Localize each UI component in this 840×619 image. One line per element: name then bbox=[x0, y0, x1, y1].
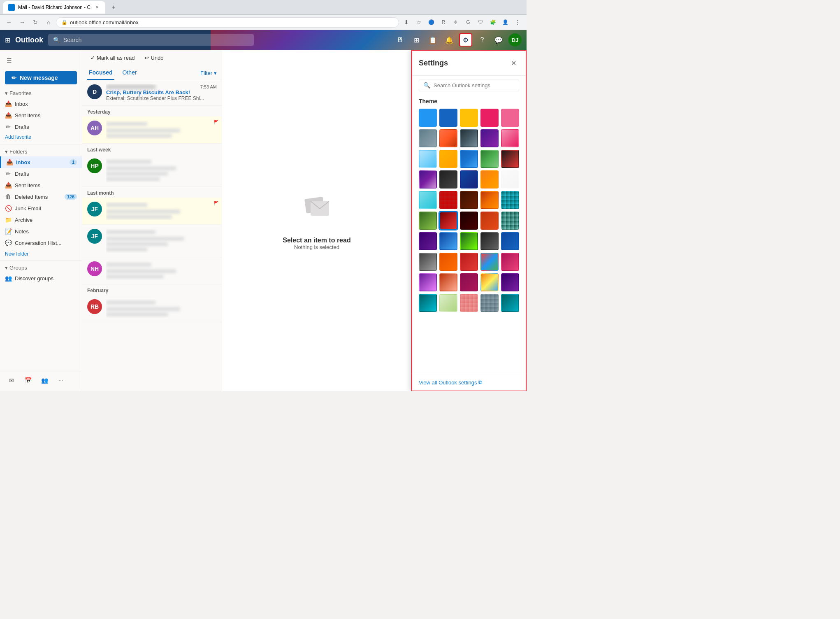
theme-item-red-check[interactable] bbox=[439, 191, 457, 209]
theme-item-selected-red-texture[interactable] bbox=[439, 212, 457, 230]
theme-item-robot[interactable] bbox=[419, 294, 437, 312]
theme-item-star-gold[interactable] bbox=[439, 150, 457, 168]
theme-item-multi-color[interactable] bbox=[480, 253, 499, 271]
theme-item-lime-green[interactable] bbox=[419, 212, 437, 230]
view-all-settings-link[interactable]: View all Outlook settings ⧉ bbox=[419, 379, 519, 386]
address-bar[interactable]: 🔒 outlook.office.com/mail/inbox bbox=[56, 17, 399, 28]
extension-icon3[interactable]: ✈ bbox=[450, 16, 462, 28]
sidebar-toggle-button[interactable]: ☰ bbox=[3, 55, 15, 66]
theme-item-colorful-stars2[interactable] bbox=[501, 109, 519, 127]
theme-item-bright-green[interactable] bbox=[460, 232, 478, 250]
theme-item-hot-pink[interactable] bbox=[501, 253, 519, 271]
sidebar-item-notes[interactable]: 📝 Notes bbox=[0, 226, 82, 237]
bell-icon[interactable]: 🔔 bbox=[443, 33, 456, 47]
theme-item-sunset[interactable] bbox=[439, 129, 457, 147]
extensions-button[interactable]: 🧩 bbox=[487, 16, 499, 28]
message-item[interactable]: RB bbox=[82, 295, 222, 322]
theme-item-teal-geo[interactable] bbox=[501, 191, 519, 209]
help-icon[interactable]: ? bbox=[476, 33, 489, 47]
theme-item-purple3[interactable] bbox=[501, 273, 519, 291]
theme-item-dark-navy[interactable] bbox=[460, 170, 478, 188]
extension-icon1[interactable]: 🔵 bbox=[425, 16, 437, 28]
task-icon[interactable]: 📋 bbox=[426, 33, 439, 47]
theme-item-red2[interactable] bbox=[460, 253, 478, 271]
theme-item-pink-bokeh[interactable] bbox=[501, 129, 519, 147]
message-item[interactable]: HP bbox=[82, 154, 222, 187]
theme-item-medium-gray[interactable] bbox=[419, 253, 437, 271]
theme-item-green-nature[interactable] bbox=[480, 150, 499, 168]
feedback-icon[interactable]: 💬 bbox=[492, 33, 505, 47]
theme-item-cat[interactable] bbox=[501, 170, 519, 188]
theme-item-light-blue-swirl[interactable] bbox=[419, 150, 437, 168]
sidebar-item-drafts-fav[interactable]: ✏ Drafts bbox=[0, 121, 82, 133]
browser-menu[interactable]: ⋮ bbox=[512, 16, 523, 28]
favorites-header[interactable]: ▾ Favorites bbox=[0, 88, 82, 98]
theme-item-red-black[interactable] bbox=[501, 150, 519, 168]
add-favorite-button[interactable]: Add favorite bbox=[0, 133, 82, 142]
profile-avatar[interactable]: 👤 bbox=[499, 16, 511, 28]
theme-item-purple-swirl[interactable] bbox=[419, 170, 437, 188]
theme-item-blue[interactable] bbox=[419, 109, 437, 127]
extension-icon2[interactable]: R bbox=[438, 16, 449, 28]
sidebar-item-inbox[interactable]: 📥 Inbox 1 bbox=[0, 156, 82, 168]
theme-item-navy2[interactable] bbox=[501, 232, 519, 250]
theme-item-dark-red-brown[interactable] bbox=[460, 191, 478, 209]
back-button[interactable]: ← bbox=[3, 16, 15, 28]
groups-header[interactable]: ▾ Groups bbox=[0, 263, 82, 272]
copilot-icon[interactable]: ⊞ bbox=[410, 33, 423, 47]
settings-search-input[interactable] bbox=[434, 82, 515, 88]
settings-button[interactable]: ⚙ bbox=[459, 33, 472, 47]
theme-item-colorful-stars1[interactable] bbox=[480, 109, 499, 127]
theme-item-wave[interactable] bbox=[460, 150, 478, 168]
sidebar-item-junk[interactable]: 🚫 Junk Email bbox=[0, 202, 82, 214]
new-message-button[interactable]: ✏ New message bbox=[5, 71, 77, 84]
theme-item-yellow-triangle[interactable] bbox=[480, 273, 499, 291]
message-item[interactable]: AH 🚩 bbox=[82, 116, 222, 144]
theme-item-light-teal-pattern[interactable] bbox=[419, 191, 437, 209]
browser-tab[interactable]: Mail - David Richard Johnson - C ✕ bbox=[3, 1, 105, 14]
theme-item-magenta[interactable] bbox=[460, 273, 478, 291]
undo-button[interactable]: ↩ Undo bbox=[141, 53, 167, 63]
sidebar-item-conv-hist[interactable]: 💬 Conversation Hist... bbox=[0, 237, 82, 249]
settings-close-button[interactable]: ✕ bbox=[508, 57, 519, 69]
filter-button[interactable]: Filter ▾ bbox=[200, 66, 217, 80]
sidebar-item-sent-fav[interactable]: 📤 Sent Items bbox=[0, 109, 82, 121]
new-folder-button[interactable]: New folder bbox=[0, 249, 82, 258]
present-icon[interactable]: 🖥 bbox=[393, 33, 406, 47]
theme-item-mountains[interactable] bbox=[419, 129, 437, 147]
message-item[interactable]: D 7:53 AM Crisp, Buttery Biscuits Are Ba… bbox=[82, 80, 222, 106]
extension-icon4[interactable]: G bbox=[462, 16, 474, 28]
tab-other[interactable]: Other bbox=[121, 66, 139, 80]
tab-focused[interactable]: Focused bbox=[87, 66, 114, 80]
sidebar-item-deleted[interactable]: 🗑 Deleted Items 126 bbox=[0, 191, 82, 202]
theme-item-dark-maroon[interactable] bbox=[460, 212, 478, 230]
theme-item-cyan[interactable] bbox=[501, 294, 519, 312]
user-avatar[interactable]: DJ bbox=[508, 33, 522, 47]
theme-item-light-green-pattern[interactable] bbox=[439, 294, 457, 312]
theme-item-circuit[interactable] bbox=[460, 129, 478, 147]
mark-all-read-button[interactable]: ✓ Mark all as read bbox=[87, 53, 138, 63]
extension-icon5[interactable]: 🛡 bbox=[475, 16, 486, 28]
theme-item-station[interactable] bbox=[480, 129, 499, 147]
theme-item-dark-gray[interactable] bbox=[480, 232, 499, 250]
calendar-nav-button[interactable]: 📅 bbox=[21, 374, 35, 387]
sidebar-item-inbox-fav[interactable]: 📥 Inbox bbox=[0, 98, 82, 109]
sidebar-item-drafts[interactable]: ✏ Drafts bbox=[0, 168, 82, 179]
theme-item-black[interactable] bbox=[439, 170, 457, 188]
download-icon[interactable]: ⬇ bbox=[401, 16, 412, 28]
mail-nav-button[interactable]: ✉ bbox=[5, 374, 18, 387]
sidebar-item-archive[interactable]: 📁 Archive bbox=[0, 214, 82, 226]
theme-item-orange-red[interactable] bbox=[480, 212, 499, 230]
message-item[interactable]: JF 🚩 bbox=[82, 198, 222, 225]
theme-item-peach[interactable] bbox=[439, 273, 457, 291]
theme-item-teal-geo2[interactable] bbox=[501, 212, 519, 230]
bookmark-icon[interactable]: ☆ bbox=[413, 16, 425, 28]
tab-close-button[interactable]: ✕ bbox=[94, 4, 100, 11]
theme-item-light-pink-texture[interactable] bbox=[460, 294, 478, 312]
theme-item-orange-gradient[interactable] bbox=[480, 191, 499, 209]
theme-item-star-pattern[interactable] bbox=[460, 109, 478, 127]
app-grid-icon[interactable]: ⊞ bbox=[5, 36, 10, 44]
folders-header[interactable]: ▾ Folders bbox=[0, 147, 82, 156]
theme-item-light-blue2[interactable] bbox=[439, 232, 457, 250]
theme-item-dark-blue[interactable] bbox=[439, 109, 457, 127]
